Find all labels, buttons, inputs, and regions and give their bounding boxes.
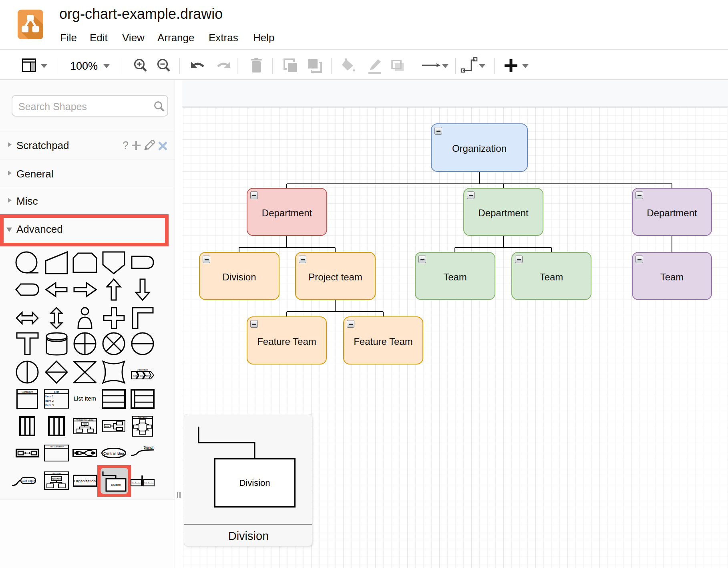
svg-text:Vertical Tree Layout: Vertical Tree Layout — [76, 419, 94, 421]
svg-text:List: List — [54, 390, 59, 394]
svg-text:Item 3: Item 3 — [45, 403, 54, 407]
svg-text:Accordion: Accordion — [137, 369, 148, 371]
svg-text:Step: Step — [146, 375, 150, 377]
svg-text:Item 2: Item 2 — [45, 399, 54, 403]
svg-text:Root: Root — [83, 423, 87, 425]
svg-text:Division: Division — [239, 478, 270, 488]
svg-text:Sub Topic: Sub Topic — [22, 479, 35, 483]
svg-text:Step: Step — [133, 375, 137, 377]
svg-text:Division: Division — [111, 483, 121, 486]
svg-text:Branch: Branch — [144, 445, 155, 449]
svg-text:Sub Section: Sub Section — [131, 482, 141, 484]
svg-text:Step: Step — [140, 375, 144, 377]
svg-text:Root: Root — [105, 425, 109, 427]
svg-text:Sub Section: Sub Section — [144, 482, 154, 484]
svg-text:Container: Container — [22, 391, 33, 393]
svg-text:Item 1: Item 1 — [45, 395, 54, 398]
svg-text:Org Chart: Org Chart — [52, 472, 61, 475]
svg-text:Organization: Organization — [51, 478, 62, 480]
svg-text:Title Container: Title Container — [49, 445, 64, 448]
svg-text:Tree Layout: Tree Layout — [138, 417, 148, 419]
svg-text:Central Idea: Central Idea — [103, 451, 124, 455]
svg-text:Organization: Organization — [74, 479, 96, 483]
